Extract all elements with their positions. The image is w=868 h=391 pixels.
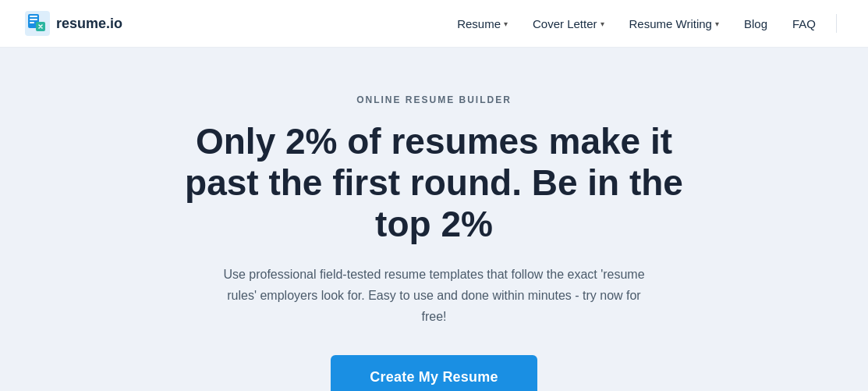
logo-text: resume.io — [56, 16, 122, 32]
nav-divider — [836, 14, 837, 33]
create-resume-button[interactable]: Create My Resume — [331, 355, 537, 391]
logo[interactable]: resume.io — [25, 11, 122, 36]
nav-item-resume[interactable]: Resume ▾ — [446, 11, 519, 37]
nav-item-faq[interactable]: FAQ — [781, 11, 827, 37]
hero-subtext: Use professional field-tested resume tem… — [216, 264, 653, 328]
svg-rect-3 — [30, 19, 37, 20]
svg-rect-2 — [30, 16, 37, 17]
svg-rect-4 — [30, 22, 34, 23]
header: resume.io Resume ▾ Cover Letter ▾ Resume… — [0, 0, 868, 48]
nav-item-cover-letter[interactable]: Cover Letter ▾ — [522, 11, 615, 37]
hero-eyebrow: ONLINE RESUME BUILDER — [356, 94, 512, 105]
hero-headline: Only 2% of resumes make it past the firs… — [169, 121, 700, 245]
hero-section: ONLINE RESUME BUILDER Only 2% of resumes… — [0, 48, 868, 391]
chevron-down-icon: ▾ — [601, 20, 604, 28]
main-nav: Resume ▾ Cover Letter ▾ Resume Writing ▾… — [446, 11, 843, 37]
nav-item-blog[interactable]: Blog — [733, 11, 778, 37]
chevron-down-icon: ▾ — [715, 20, 719, 28]
logo-icon — [25, 11, 50, 36]
nav-item-resume-writing[interactable]: Resume Writing ▾ — [618, 11, 730, 37]
chevron-down-icon: ▾ — [504, 20, 508, 28]
